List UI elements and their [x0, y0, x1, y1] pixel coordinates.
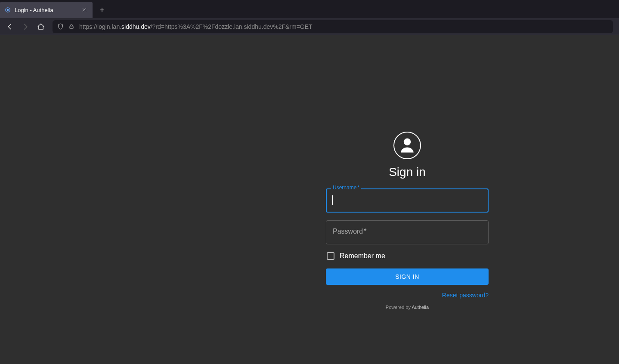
reset-password-link[interactable]: Reset password?: [442, 292, 489, 299]
remember-checkbox[interactable]: [327, 252, 334, 260]
new-tab-button[interactable]: [95, 3, 109, 17]
tab-favicon: [4, 6, 11, 13]
shield-icon: [57, 23, 64, 30]
url-domain: siddhu.dev: [121, 23, 151, 30]
signin-title: Sign in: [389, 165, 426, 179]
page-content: Sign in Username* Password* Remember me …: [0, 35, 619, 364]
reset-row: Reset password?: [326, 292, 489, 299]
powered-by: Powered by Authelia: [386, 305, 429, 310]
lock-icon: [68, 23, 75, 30]
url-text: https://login.lan.siddhu.dev/?rd=https%3…: [79, 23, 609, 30]
password-field: Password*: [326, 220, 489, 244]
password-input[interactable]: [326, 220, 489, 244]
signin-button[interactable]: SIGN IN: [326, 268, 489, 285]
back-button[interactable]: [3, 20, 17, 33]
url-prefix: https://login.lan.: [79, 23, 121, 30]
url-suffix: /?rd=https%3A%2F%2Fdozzle.lan.siddhu.dev…: [151, 23, 313, 30]
svg-point-1: [7, 9, 9, 11]
forward-button[interactable]: [18, 20, 33, 33]
text-caret: [332, 195, 333, 205]
browser-tab-strip: Login - Authelia: [0, 0, 619, 18]
remember-label: Remember me: [340, 252, 385, 260]
svg-rect-2: [70, 26, 73, 28]
powered-brand: Authelia: [412, 305, 429, 310]
home-button[interactable]: [34, 20, 48, 33]
remember-row: Remember me: [326, 252, 489, 260]
username-field: Username*: [326, 188, 489, 213]
tab-close-button[interactable]: [80, 6, 88, 14]
browser-toolbar: https://login.lan.siddhu.dev/?rd=https%3…: [0, 18, 619, 35]
browser-tab-active[interactable]: Login - Authelia: [0, 2, 93, 18]
url-bar[interactable]: https://login.lan.siddhu.dev/?rd=https%3…: [53, 20, 613, 33]
tab-title: Login - Authelia: [15, 7, 77, 13]
username-input[interactable]: [326, 188, 489, 213]
avatar-icon: [393, 132, 421, 159]
login-card: Sign in Username* Password* Remember me …: [326, 132, 489, 310]
